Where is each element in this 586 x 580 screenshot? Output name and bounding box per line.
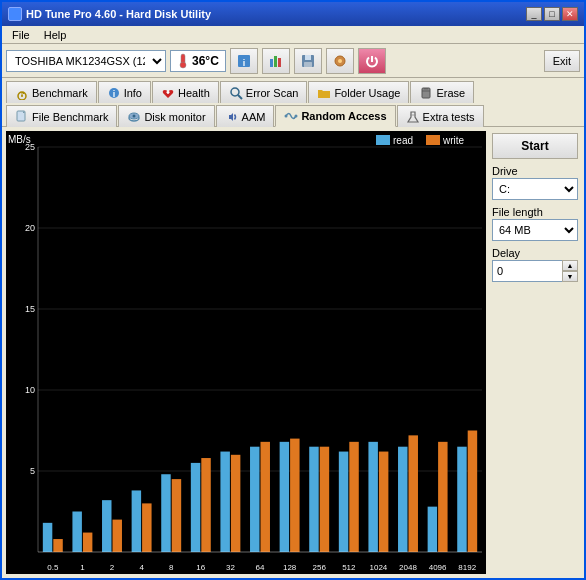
svg-rect-17: [167, 90, 169, 94]
tab-row-1: Benchmark i Info Health Error Scan Folde…: [2, 78, 584, 102]
window-title: HD Tune Pro 4.60 - Hard Disk Utility: [26, 8, 211, 20]
svg-rect-6: [278, 58, 281, 67]
tab-benchmark-label: Benchmark: [32, 87, 88, 99]
svg-point-1: [180, 62, 186, 68]
random-access-icon: [284, 109, 298, 123]
svg-rect-8: [305, 55, 311, 60]
menu-help[interactable]: Help: [40, 28, 71, 42]
aam-icon: [225, 110, 239, 124]
svg-text:i: i: [112, 89, 115, 99]
tab-benchmark[interactable]: Benchmark: [6, 81, 97, 103]
svg-point-18: [231, 88, 239, 96]
app-icon: [8, 7, 22, 21]
disk-monitor-icon: [127, 110, 141, 124]
side-panel: Start Drive C: File length 64 MB Delay: [490, 131, 580, 574]
power-btn[interactable]: [358, 48, 386, 74]
chart-btn[interactable]: [262, 48, 290, 74]
health-icon: [161, 86, 175, 100]
svg-line-19: [238, 95, 242, 99]
delay-spinbox-container: ▲ ▼: [492, 260, 578, 282]
error-scan-icon: [229, 86, 243, 100]
main-panel: MB/s read write Start: [6, 131, 580, 574]
tab-error-scan[interactable]: Error Scan: [220, 81, 308, 103]
tab-random-access-label: Random Access: [301, 110, 386, 122]
toolbar: TOSHIBA MK1234GSX (120 gB) 36°C i Exit: [2, 44, 584, 78]
spin-up-button[interactable]: ▲: [562, 260, 578, 271]
close-button[interactable]: ✕: [562, 7, 578, 21]
tab-folder-label: Folder Usage: [334, 87, 400, 99]
file-benchmark-icon: [15, 110, 29, 124]
svg-rect-5: [274, 56, 277, 67]
window-controls: _ □ ✕: [526, 7, 578, 21]
main-window: HD Tune Pro 4.60 - Hard Disk Utility _ □…: [0, 0, 586, 580]
tab-folder-usage[interactable]: Folder Usage: [308, 81, 409, 103]
svg-rect-9: [304, 62, 312, 67]
tab-file-label: File Benchmark: [32, 111, 108, 123]
drive-label: Drive: [492, 165, 578, 177]
folder-icon: [317, 86, 331, 100]
chart-area: MB/s read write: [6, 131, 486, 574]
title-bar: HD Tune Pro 4.60 - Hard Disk Utility _ □…: [2, 2, 584, 26]
tab-health[interactable]: Health: [152, 81, 219, 103]
tab-disk-monitor[interactable]: Disk monitor: [118, 105, 214, 127]
drive-dropdown[interactable]: C:: [492, 178, 578, 200]
temperature-display: 36°C: [170, 50, 226, 72]
tab-file-benchmark[interactable]: File Benchmark: [6, 105, 117, 127]
svg-rect-4: [270, 59, 273, 67]
tab-erase[interactable]: Erase: [410, 81, 474, 103]
exit-button[interactable]: Exit: [544, 50, 580, 72]
content-area: MB/s read write Start: [2, 126, 584, 578]
svg-point-29: [295, 115, 298, 118]
svg-point-13: [21, 95, 23, 97]
file-length-label: File length: [492, 206, 578, 218]
maximize-button[interactable]: □: [544, 7, 560, 21]
svg-rect-20: [422, 88, 430, 98]
tab-extra-tests[interactable]: Extra tests: [397, 105, 484, 127]
extra-tests-icon: [406, 110, 420, 124]
erase-icon: [419, 86, 433, 100]
menu-file[interactable]: File: [8, 28, 34, 42]
tab-aam-label: AAM: [242, 111, 266, 123]
delay-label: Delay: [492, 247, 578, 259]
tab-aam[interactable]: AAM: [216, 105, 275, 127]
svg-text:i: i: [243, 58, 246, 68]
tab-error-scan-label: Error Scan: [246, 87, 299, 99]
tab-health-label: Health: [178, 87, 210, 99]
start-button[interactable]: Start: [492, 133, 578, 159]
file-length-dropdown[interactable]: 64 MB: [492, 219, 578, 241]
spin-down-button[interactable]: ▼: [562, 271, 578, 282]
options-btn[interactable]: [326, 48, 354, 74]
tab-disk-monitor-label: Disk monitor: [144, 111, 205, 123]
info-btn[interactable]: i: [230, 48, 258, 74]
drive-select[interactable]: TOSHIBA MK1234GSX (120 gB): [6, 50, 166, 72]
svg-point-28: [285, 115, 288, 118]
tab-random-access[interactable]: Random Access: [275, 105, 395, 127]
tab-info-label: Info: [124, 87, 142, 99]
svg-point-11: [338, 59, 342, 63]
spin-buttons: ▲ ▼: [562, 260, 578, 282]
info-tab-icon: i: [107, 86, 121, 100]
tab-row-2: File Benchmark Disk monitor AAM Random A…: [2, 102, 584, 126]
save-btn[interactable]: [294, 48, 322, 74]
thermometer-icon: [177, 53, 189, 69]
temperature-value: 36°C: [192, 54, 219, 68]
svg-point-27: [133, 114, 136, 117]
tab-info[interactable]: i Info: [98, 81, 151, 103]
minimize-button[interactable]: _: [526, 7, 542, 21]
benchmark-icon: [15, 86, 29, 100]
tab-extra-label: Extra tests: [423, 111, 475, 123]
menu-bar: File Help: [2, 26, 584, 44]
tab-erase-label: Erase: [436, 87, 465, 99]
